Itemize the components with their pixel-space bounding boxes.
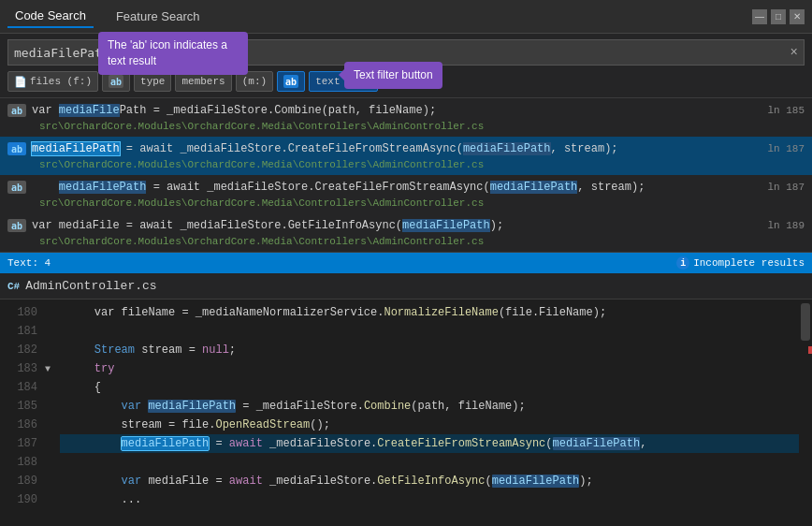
- result-item[interactable]: ab var mediaFile = await _mediaFileStore…: [0, 213, 812, 252]
- editor-area: C# AdminController.cs 180 181 182 183 18…: [0, 273, 812, 526]
- line-numbers: 180 181 182 183 184 185 186 187 188 189 …: [0, 300, 45, 526]
- filter-type-label: type: [140, 76, 165, 87]
- filter-files-label: files (f:): [30, 76, 92, 87]
- result-ab-icon: ab: [7, 181, 26, 194]
- incomplete-results-label: Incomplete results: [693, 257, 805, 269]
- code-line-184: {: [60, 378, 799, 397]
- result-ab-icon: ab: [7, 219, 26, 232]
- result-text: mediaFilePath = await _mediaFileStore.Cr…: [32, 142, 752, 155]
- close-button[interactable]: ✕: [790, 9, 805, 24]
- ln-184: 184: [7, 378, 37, 397]
- code-line-180: var fileName = _mediaNameNormalizerServi…: [60, 303, 799, 322]
- highlight-span-selected: mediaFilePath: [32, 142, 120, 155]
- result-line: ab var mediaFilePath = _mediaFileStore.C…: [7, 100, 805, 121]
- search-panel: × 📄 files (f:) ab type members (m:) ab t…: [0, 34, 812, 98]
- editor-header: C# AdminController.cs: [0, 273, 812, 300]
- highlight-span: mediaFilePath: [59, 181, 147, 194]
- filter-files[interactable]: 📄 files (f:): [7, 71, 98, 92]
- result-lineno: ln 189: [758, 220, 805, 231]
- ln-188: 188: [7, 453, 37, 472]
- result-lineno: ln 187: [758, 143, 805, 154]
- result-path: src\OrchardCore.Modules\OrchardCore.Medi…: [7, 121, 805, 135]
- minimap-indicator: [808, 346, 812, 354]
- result-line: ab mediaFilePath = await _mediaFileStore…: [7, 139, 805, 159]
- ln-190: 190: [7, 490, 37, 509]
- restore-button[interactable]: □: [771, 9, 786, 24]
- result-text: var mediaFilePath = _mediaFileStore.Comb…: [32, 104, 752, 117]
- highlight-span: mediaFilePath: [463, 142, 551, 155]
- filter-m-label: (m:): [242, 76, 267, 87]
- text-filter-callout: Text filter button: [344, 62, 442, 89]
- code-line-187: mediaFilePath = await _mediaFileStore.Cr…: [60, 434, 799, 453]
- ab-icon-callout: The 'ab' icon indicates a text result: [98, 32, 248, 75]
- result-ab-icon: ab: [7, 104, 26, 117]
- result-path: src\OrchardCore.Modules\OrchardCore.Medi…: [7, 197, 805, 212]
- vertical-scrollbar[interactable]: [799, 300, 812, 526]
- ln-186: 186: [7, 416, 37, 434]
- tab-code-search[interactable]: Code Search: [7, 5, 94, 28]
- ln-185: 185: [7, 397, 37, 416]
- code-line-186: stream = file.OpenReadStream();: [60, 416, 799, 434]
- info-icon: i: [676, 256, 689, 270]
- search-status-bar: Text: 4 i Incomplete results: [0, 253, 812, 273]
- highlight-span: mediaFilePath: [402, 219, 490, 232]
- result-item[interactable]: ab mediaFilePath = await _mediaFileStore…: [0, 175, 812, 213]
- code-line-181: [60, 322, 799, 341]
- fold-arrow-183[interactable]: ▼: [45, 364, 51, 374]
- result-text: var mediaFile = await _mediaFileStore.Ge…: [32, 219, 752, 232]
- result-lineno: ln 187: [758, 182, 805, 193]
- highlight-189: mediaFilePath: [492, 475, 580, 488]
- code-line-183: try: [60, 359, 799, 378]
- result-lineno: ln 185: [758, 105, 805, 116]
- scrollbar-thumb[interactable]: [801, 303, 810, 341]
- highlight-187a: mediaFilePath: [122, 437, 210, 450]
- ln-181: 181: [7, 322, 37, 341]
- code-line-182: Stream stream = null;: [60, 341, 799, 359]
- title-bar: Code Search Feature Search — □ ✕: [0, 0, 812, 34]
- result-line: ab var mediaFile = await _mediaFileStore…: [7, 215, 805, 236]
- ln-183: 183: [7, 359, 37, 378]
- ab-icon: ab: [109, 75, 123, 88]
- highlight-185: mediaFilePath: [148, 400, 236, 413]
- code-line-188: [60, 453, 799, 472]
- result-path: src\OrchardCore.Modules\OrchardCore.Medi…: [7, 236, 805, 250]
- code-content[interactable]: var fileName = _mediaNameNormalizerServi…: [60, 300, 799, 526]
- result-item[interactable]: ab mediaFilePath = await _mediaFileStore…: [0, 137, 812, 175]
- highlight-span: mediaFile: [59, 104, 120, 117]
- highlight-span: mediaFilePath: [490, 181, 578, 194]
- text-count: Text: 4: [7, 257, 51, 269]
- lang-icon: C#: [7, 281, 20, 292]
- editor-filename: AdminController.cs: [25, 279, 156, 293]
- result-path: src\OrchardCore.Modules\OrchardCore.Medi…: [7, 159, 805, 173]
- status-right: i Incomplete results: [676, 256, 805, 270]
- window-controls: — □ ✕: [752, 9, 805, 24]
- result-text: mediaFilePath = await _mediaFileStore.Cr…: [32, 181, 752, 194]
- code-line-189: var mediaFile = await _mediaFileStore.Ge…: [60, 472, 799, 490]
- tab-feature-search[interactable]: Feature Search: [109, 6, 208, 27]
- ln-189: 189: [7, 472, 37, 490]
- ab-icon-active: ab: [283, 75, 298, 88]
- ln-182: 182: [7, 341, 37, 359]
- results-list: ab var mediaFilePath = _mediaFileStore.C…: [0, 98, 812, 253]
- highlight-187b: mediaFilePath: [553, 437, 641, 450]
- ln-180: 180: [7, 303, 37, 322]
- editor-content: 180 181 182 183 184 185 186 187 188 189 …: [0, 300, 812, 526]
- clear-search-button[interactable]: ×: [790, 45, 798, 60]
- filter-members-label: members: [181, 76, 225, 87]
- code-line-190: ...: [60, 490, 799, 509]
- result-item[interactable]: ab var mediaFilePath = _mediaFileStore.C…: [0, 98, 812, 137]
- filter-text-active[interactable]: ab: [277, 71, 305, 92]
- code-line-185: var mediaFilePath = _mediaFileStore.Comb…: [60, 397, 799, 416]
- minimize-button[interactable]: —: [752, 9, 767, 24]
- ln-187: 187: [7, 434, 37, 453]
- fold-arrows: ▼: [45, 300, 60, 526]
- result-ab-icon: ab: [7, 142, 26, 155]
- result-line: ab mediaFilePath = await _mediaFileStore…: [7, 177, 805, 197]
